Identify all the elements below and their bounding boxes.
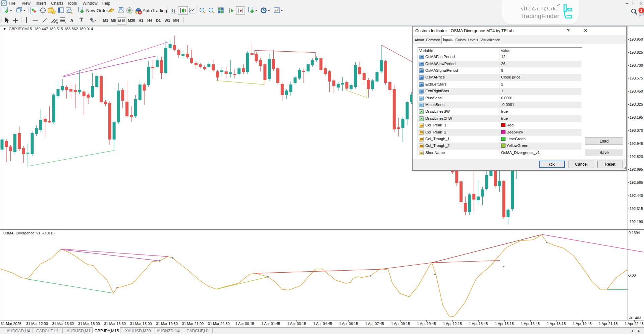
svg-text:+: + xyxy=(201,8,203,12)
svg-text:−: − xyxy=(210,8,212,12)
svg-text:E: E xyxy=(56,21,58,24)
svg-text:1: 1 xyxy=(640,8,642,12)
svg-text:A: A xyxy=(70,18,73,23)
svg-text:T: T xyxy=(80,18,83,22)
svg-text:F: F xyxy=(65,22,66,24)
